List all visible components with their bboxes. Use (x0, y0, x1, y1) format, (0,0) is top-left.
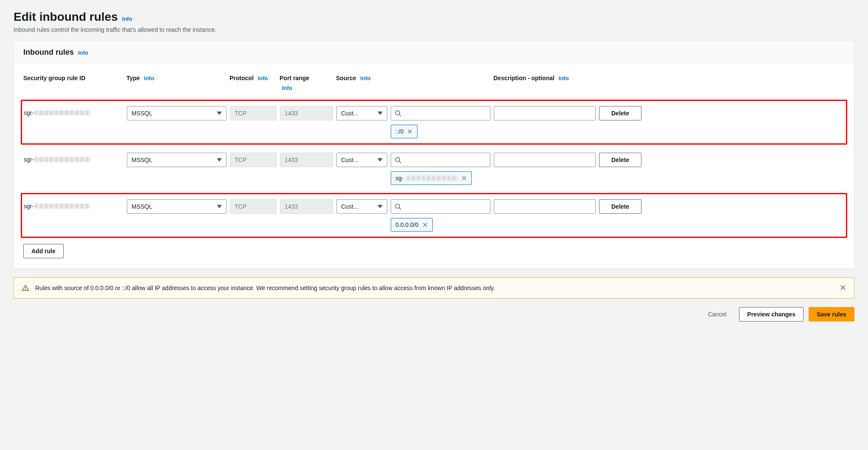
source-type-select[interactable]: Cust... (336, 199, 387, 214)
close-icon (422, 222, 428, 228)
page-header: Edit inbound rules Info Inbound rules co… (14, 10, 854, 33)
delete-rule-button[interactable]: Delete (599, 199, 641, 214)
source-type-select[interactable]: Cust... (336, 106, 387, 120)
add-rule-button[interactable]: Add rule (23, 244, 64, 258)
svg-point-0 (395, 111, 400, 115)
port-range-field: 1433 (280, 106, 333, 120)
chevron-down-icon (217, 158, 222, 162)
col-protocol-info-link[interactable]: Info (258, 75, 268, 81)
panel-title-info-link[interactable]: Info (78, 50, 88, 56)
table-header-row: Security group rule ID Type Info Protoco… (23, 67, 845, 95)
col-source: Source Info (336, 74, 387, 83)
chevron-down-icon (217, 205, 222, 208)
panel-title: Inbound rules (23, 48, 74, 57)
protocol-field: TCP (230, 106, 277, 120)
col-protocol: Protocol Info (230, 74, 276, 83)
svg-line-5 (399, 161, 401, 163)
type-select[interactable]: MSSQL (127, 153, 227, 167)
svg-point-13 (25, 289, 26, 290)
close-icon (840, 284, 846, 291)
chevron-down-icon (378, 205, 383, 208)
rule-row: sgr-MSSQLTCP1433Cust...::/0Delete (21, 100, 847, 145)
source-token: sg- (391, 171, 472, 185)
chevron-down-icon (378, 112, 383, 115)
col-port-range-info-link[interactable]: Info (282, 84, 333, 92)
alert-close-button[interactable] (840, 284, 846, 292)
remove-token-button[interactable] (407, 129, 413, 134)
cancel-button[interactable]: Cancel (700, 307, 734, 321)
search-icon (395, 203, 401, 210)
inbound-rules-panel: Inbound rules Info Security group rule I… (14, 41, 854, 269)
redacted-text (407, 176, 458, 181)
close-icon (407, 129, 413, 134)
page-title: Edit inbound rules (14, 10, 118, 24)
source-search-input[interactable] (391, 106, 490, 120)
alert-message: Rules with source of 0.0.0.0/0 or ::/0 a… (35, 285, 834, 291)
remove-token-button[interactable] (461, 175, 467, 181)
col-source-info-link[interactable]: Info (360, 75, 370, 81)
remove-token-button[interactable] (422, 222, 428, 228)
port-range-field: 1433 (280, 199, 333, 214)
protocol-field: TCP (230, 153, 277, 167)
type-select[interactable]: MSSQL (127, 106, 227, 120)
source-type-select[interactable]: Cust... (336, 153, 387, 167)
delete-rule-button[interactable]: Delete (599, 153, 641, 167)
description-input[interactable] (494, 106, 596, 120)
rule-row: sgr-MSSQLTCP1433Cust...sg-Delete (21, 146, 847, 191)
page-title-info-link[interactable]: Info (122, 16, 132, 22)
redacted-text (35, 110, 90, 115)
svg-line-1 (399, 115, 401, 116)
source-token-label: ::/0 (395, 128, 403, 135)
source-token: ::/0 (391, 125, 417, 138)
svg-point-8 (395, 204, 400, 208)
svg-point-4 (395, 157, 400, 162)
col-sgr-id: Security group rule ID (23, 74, 123, 83)
preview-changes-button[interactable]: Preview changes (739, 307, 804, 321)
redacted-text (35, 204, 90, 209)
search-icon (395, 157, 401, 163)
close-icon (461, 175, 467, 181)
col-description: Description - optional Info (493, 74, 595, 83)
source-token-label: sg- (395, 175, 403, 182)
chevron-down-icon (378, 158, 383, 162)
description-input[interactable] (494, 153, 596, 167)
col-type: Type Info (126, 74, 226, 83)
footer-actions: Cancel Preview changes Save rules (14, 307, 854, 321)
delete-rule-button[interactable]: Delete (599, 106, 641, 120)
port-range-field: 1433 (280, 153, 333, 167)
chevron-down-icon (217, 112, 222, 115)
security-group-rule-id: sgr- (24, 106, 90, 116)
open-cidr-warning-alert: Rules with source of 0.0.0.0/0 or ::/0 a… (14, 277, 854, 299)
source-search-input[interactable] (391, 199, 490, 214)
source-search-input[interactable] (391, 153, 490, 167)
col-type-info-link[interactable]: Info (144, 75, 154, 81)
security-group-rule-id: sgr- (24, 199, 90, 210)
search-icon (395, 110, 401, 117)
warning-icon (22, 284, 29, 292)
svg-line-9 (399, 208, 401, 210)
type-select[interactable]: MSSQL (127, 199, 227, 214)
description-input[interactable] (494, 199, 596, 214)
rule-row: sgr-MSSQLTCP1433Cust...0.0.0.0/0Delete (21, 193, 847, 238)
source-token-label: 0.0.0.0/0 (395, 221, 419, 228)
redacted-text (35, 157, 90, 162)
security-group-rule-id: sgr- (24, 153, 90, 163)
col-description-info-link[interactable]: Info (559, 75, 569, 81)
protocol-field: TCP (230, 199, 277, 214)
save-rules-button[interactable]: Save rules (809, 307, 854, 321)
col-port-range: Port range Info (280, 74, 333, 92)
page-subtitle: Inbound rules control the incoming traff… (14, 26, 854, 33)
source-token: 0.0.0.0/0 (391, 218, 433, 232)
